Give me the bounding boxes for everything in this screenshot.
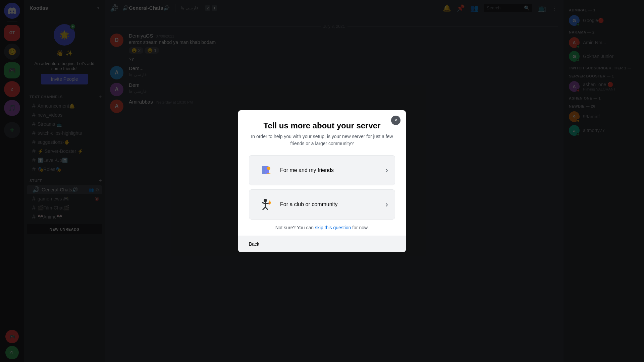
- skip-question-link[interactable]: skip this question: [315, 225, 351, 230]
- option-friends-label: For me and my friends: [280, 167, 380, 173]
- option-community-arrow: ›: [385, 200, 388, 209]
- option-friends-icon: [256, 161, 275, 180]
- svg-point-3: [267, 167, 270, 170]
- skip-text-before: Not sure? You can: [275, 225, 315, 230]
- modal-title: Tell us more about your server: [249, 121, 395, 130]
- skip-text-after: for now.: [351, 225, 369, 230]
- option-friends-arrow: ›: [385, 166, 388, 175]
- svg-rect-2: [262, 166, 265, 174]
- back-button[interactable]: Back: [249, 241, 259, 247]
- modal-close-button[interactable]: ×: [391, 116, 400, 125]
- option-community-card[interactable]: For a club or community ›: [249, 189, 395, 220]
- modal-overlay[interactable]: × Tell us more about your server In orde…: [0, 0, 644, 362]
- svg-line-8: [265, 203, 269, 204]
- modal-dialog: × Tell us more about your server In orde…: [238, 110, 406, 252]
- modal-body: × Tell us more about your server In orde…: [238, 110, 406, 230]
- option-friends-card[interactable]: For me and my friends ›: [249, 155, 395, 185]
- option-community-label: For a club or community: [280, 201, 380, 207]
- modal-subtitle: In order to help you with your setup, is…: [249, 133, 395, 147]
- option-community-icon: [256, 195, 275, 214]
- modal-footer: Back: [238, 236, 406, 252]
- skip-question-area: Not sure? You can skip this question for…: [249, 225, 395, 230]
- svg-point-5: [264, 199, 267, 202]
